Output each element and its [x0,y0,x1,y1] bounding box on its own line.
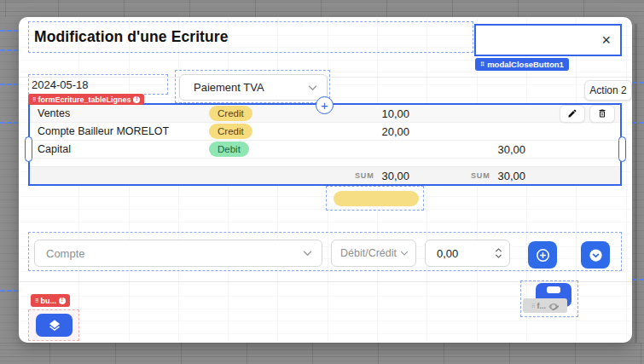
trash-icon [597,108,607,118]
type-cell: Debit [209,142,260,157]
layers-button[interactable] [36,314,73,337]
payment-select-container: Paiement TVA [175,70,330,103]
action-2-label: Action 2 [589,84,626,96]
canvas-grid-top [0,0,644,17]
step-down-icon [495,254,502,258]
credit-total: 30,00 [381,170,409,182]
chevron-down-icon [308,84,317,90]
debit-badge: Debit [209,142,249,157]
type-cell: Credit [209,124,260,139]
row-actions [525,105,620,123]
chevron-circle-icon [588,247,604,263]
debit-sum-cell: SUM 30,00 [409,170,525,182]
credit-amount-cell: 20,00 [260,125,409,138]
date-value: 2024-05-18 [29,78,89,91]
drag-handle-icon: ⠿ [35,298,38,303]
step-up-icon [495,248,502,252]
component-tag-label: f... [537,302,546,310]
credit-amount-cell: 10,00 [260,107,409,120]
debit-total: 30,00 [497,170,525,182]
delete-row-button[interactable] [589,105,615,123]
alignment-guide [0,290,19,292]
add-line-icon[interactable]: + [316,96,334,114]
component-tag-form-table[interactable]: ⠿ formEcriture_tableLignes ! [28,94,144,105]
debit-credit-placeholder: Débit/Crédit [340,247,397,259]
resize-handle-left[interactable] [25,136,32,162]
number-stepper[interactable] [495,248,502,258]
alignment-guide [632,279,644,280]
account-cell: Compte Bailleur MORELOT [38,125,209,137]
credit-badge: Credit [209,106,252,121]
table-row[interactable]: Compte Bailleur MORELOT Credit 20,00 [30,123,620,141]
component-tag-button[interactable]: ⠿ bu... ! [31,294,70,307]
action-2-button[interactable]: Action 2 [584,80,632,101]
component-tag-modal-close[interactable]: ⠿ modalCloseButton1 [475,58,569,71]
date-field[interactable]: 2024-05-18 [28,74,168,95]
selected-button-container [28,309,79,341]
credit-sum-cell: SUM 30,00 [260,170,409,182]
sum-label: SUM [471,171,490,180]
account-cell: Ventes [38,107,209,119]
payment-type-value: Paiement TVA [194,81,264,94]
close-icon[interactable]: × [601,32,611,48]
alignment-guide [632,122,644,124]
table-sum-row: SUM 30,00 SUM 30,00 [30,166,620,184]
expand-button[interactable] [581,241,610,269]
amount-input[interactable]: 0,00 [425,240,510,267]
entry-lines-table: + Ventes Credit 10,00 [28,103,622,186]
modal-close-button[interactable]: × [474,24,622,56]
alignment-guide [0,84,19,85]
alignment-guide [632,82,644,84]
modal-title: Modification d'une Ecriture [29,28,229,46]
account-cell: Capital [38,143,209,155]
drag-handle-icon: ⠿ [531,303,534,309]
type-cell: Credit [209,106,260,121]
table-spacer [30,159,620,166]
chevron-down-icon [400,251,409,256]
resize-handle-right[interactable] [618,136,626,162]
edit-entry-modal: Modification d'une Ecriture × ⠿ modalClo… [19,17,632,343]
sum-label: SUM [355,171,374,180]
error-icon: ! [133,96,140,103]
plus-circle-icon [535,247,551,263]
component-tag-label: modalCloseButton1 [487,60,564,69]
account-select[interactable]: Compte [34,240,322,267]
debit-amount-cell: 30,00 [409,143,525,156]
eye-slash-icon [548,302,559,310]
alignment-guide [0,30,19,32]
credit-badge: Credit [209,124,252,139]
highlight-input[interactable] [334,191,419,206]
drag-handle-icon: ⠿ [32,96,35,102]
component-tag-hidden[interactable]: ⠿ f... [523,298,567,313]
payment-type-select[interactable]: Paiement TVA [179,74,328,101]
printer-icon [547,286,560,293]
add-line-button[interactable] [528,241,557,269]
chevron-down-icon [303,251,312,257]
canvas-grid-bottom [0,343,644,364]
component-tag-label: formEcriture_tableLignes [38,95,131,104]
hidden-print-container: ⠿ f... [520,280,578,317]
account-placeholder: Compte [46,247,85,260]
pencil-icon [567,108,577,118]
component-tag-label: bu... [40,297,56,305]
alignment-guide [0,122,19,124]
canvas-column-line [635,24,637,343]
debit-credit-select[interactable]: Débit/Crédit [331,240,416,267]
more-button-slot [570,235,621,270]
layers-icon [48,319,61,332]
amount-value: 0,00 [437,247,458,260]
add-button-slot [517,235,568,270]
highlight-container [326,186,424,211]
modal-title-container: Modification d'une Ecriture [28,21,473,53]
edit-row-button[interactable] [560,105,585,123]
table-row[interactable]: Capital Debit 30,00 [30,141,620,159]
error-icon: ! [59,298,66,304]
drag-handle-icon: ⠿ [480,61,484,68]
alignment-guide [0,49,19,51]
builder-canvas: Modification d'une Ecriture × ⠿ modalClo… [0,0,644,364]
